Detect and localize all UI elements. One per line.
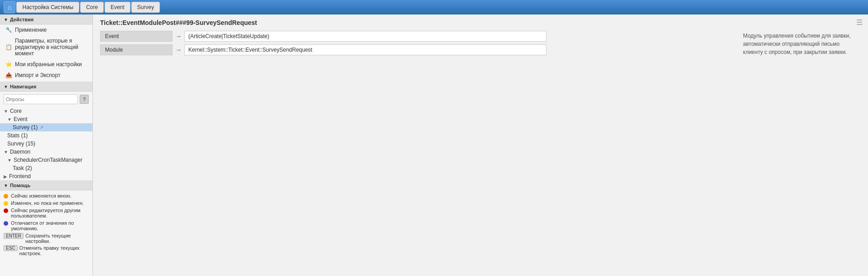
daemon-expand-icon: ▼: [4, 150, 8, 155]
key-hint-enter: ENTER Сохранить текущие настройки.: [4, 233, 89, 244]
action-favorites[interactable]: ⭐ Мои избранные настройки: [0, 59, 92, 70]
esc-key-badge: ESC: [4, 245, 18, 251]
core-expand-icon: ▼: [4, 109, 8, 114]
tree-item-scheduler[interactable]: ▼ SchedulerCronTaskManager: [0, 156, 92, 164]
action-apply[interactable]: 🔧 Применение: [0, 24, 92, 35]
scheduler-expand-icon: ▼: [7, 158, 12, 163]
tree-item-survey-15[interactable]: Survey (15): [0, 140, 92, 148]
help-arrow-icon: ▼: [4, 183, 8, 188]
red-dot: [4, 208, 8, 213]
help-legend-yellow: Изменен, но пока не применен.: [4, 200, 89, 206]
tree-item-frontend[interactable]: ▶ Frontend: [0, 172, 92, 180]
tree-core-label: Core: [10, 108, 22, 114]
nav-item-core[interactable]: Core: [80, 2, 104, 13]
event-expand-icon: ▼: [7, 117, 12, 122]
tree-stats-label: Stats (1): [7, 132, 28, 139]
event-field-value: (ArticleCreate|TicketStateUpdate): [184, 31, 547, 42]
help-button[interactable]: ?: [80, 95, 89, 104]
legend-yellow-text: Изменен, но пока не применен.: [11, 200, 84, 206]
tree-daemon-label: Daemon: [10, 149, 30, 155]
nav-item-system-settings[interactable]: Настройка Системы: [16, 2, 79, 13]
help-section: Сейчас изменяется мною. Изменен, но пока…: [0, 190, 92, 260]
orange-dot: [4, 194, 8, 199]
help-section-header[interactable]: ▼ Помощь: [0, 180, 92, 190]
tree-item-stats[interactable]: Stats (1): [0, 131, 92, 140]
home-icon: ⌂: [8, 4, 11, 11]
tree-item-daemon[interactable]: ▼ Daemon: [0, 148, 92, 156]
tree-survey1-label: Survey (1): [13, 124, 38, 131]
enter-key-badge: ENTER: [4, 233, 24, 239]
list-icon: ☰: [856, 19, 863, 26]
import-export-icon: 📤: [5, 72, 12, 78]
top-navigation: ⌂ Настройка Системы Core Event Survey: [0, 0, 868, 15]
actions-label: Действия: [10, 17, 34, 22]
help-legend-blue: Отличается от значения по умолчанию.: [4, 220, 89, 231]
action-current-params-label: Параметры, которые я редактирую в настоя…: [15, 38, 88, 57]
tree-item-survey-event[interactable]: Survey (1) ↗: [0, 123, 92, 131]
tree-survey15-label: Survey (15): [7, 140, 35, 147]
help-legend-red: Сейчас редактируется другим пользователе…: [4, 208, 89, 218]
favorites-icon: ⭐: [5, 61, 12, 68]
tree-scheduler-label: SchedulerCronTaskManager: [14, 157, 82, 163]
navigation-section-header[interactable]: ▼ Навигация: [0, 82, 92, 92]
legend-orange-text: Сейчас изменяется мною.: [11, 193, 72, 199]
module-arrow-icon: →: [173, 46, 184, 53]
tree-item-task[interactable]: Task (2): [0, 164, 92, 172]
nav-item-survey[interactable]: Survey: [131, 2, 160, 13]
action-apply-label: Применение: [15, 27, 47, 33]
esc-key-text: Отменить правку текущих настроек.: [19, 245, 89, 256]
description-column: Модуль управления событием для заявки, а…: [743, 31, 861, 58]
blue-dot: [4, 221, 8, 226]
scroll-icon[interactable]: ☰: [856, 18, 863, 27]
navigation-label: Навигация: [10, 84, 36, 89]
nav-item-event[interactable]: Event: [105, 2, 130, 13]
navigation-arrow-icon: ▼: [4, 84, 8, 89]
content-area: ☰ Ticket::EventModulePost###99-SurveySen…: [93, 15, 868, 276]
field-row-module: Module → Kernel::System::Ticket::Event::…: [100, 44, 736, 55]
fields-description-layout: Event → (ArticleCreate|TicketStateUpdate…: [100, 31, 861, 58]
tree-task-label: Task (2): [13, 165, 32, 171]
home-button[interactable]: ⌂: [4, 1, 15, 13]
module-field-value: Kernel::System::Ticket::Event::SurveySen…: [184, 44, 547, 55]
legend-blue-text: Отличается от значения по умолчанию.: [11, 220, 89, 231]
fields-column: Event → (ArticleCreate|TicketStateUpdate…: [100, 31, 736, 58]
legend-red-text: Сейчас редактируется другим пользователе…: [11, 208, 89, 218]
tree-item-core[interactable]: ▼ Core: [0, 107, 92, 115]
key-hint-esc: ESC Отменить правку текущих настроек.: [4, 245, 89, 256]
tree-item-event[interactable]: ▼ Event: [0, 115, 92, 123]
module-field-label: Module: [100, 44, 173, 55]
tree-event-label: Event: [14, 116, 28, 122]
action-import-export[interactable]: 📤 Импорт и Экспорт: [0, 70, 92, 81]
actions-arrow-icon: ▼: [4, 17, 8, 22]
actions-section-header[interactable]: ▼ Действия: [0, 15, 92, 24]
page-title: Ticket::EventModulePost###99-SurveySendR…: [100, 19, 861, 26]
field-row-event: Event → (ArticleCreate|TicketStateUpdate…: [100, 31, 736, 42]
search-input[interactable]: [4, 94, 78, 104]
current-params-icon: 📋: [5, 44, 12, 50]
tree-frontend-label: Frontend: [9, 173, 31, 179]
nav-tree: ▼ Core ▼ Event Survey (1) ↗ Stats (1) Su…: [0, 107, 92, 180]
search-row: ?: [0, 92, 92, 107]
action-current-params[interactable]: 📋 Параметры, которые я редактирую в наст…: [0, 35, 92, 59]
external-link-icon[interactable]: ↗: [39, 125, 43, 131]
action-favorites-label: Мои избранные настройки: [15, 61, 82, 68]
help-label: Помощь: [10, 183, 30, 188]
apply-icon: 🔧: [5, 27, 12, 33]
event-field-label: Event: [100, 31, 173, 42]
sidebar: ▼ Действия 🔧 Применение 📋 Параметры, кот…: [0, 15, 93, 276]
action-import-export-label: Импорт и Экспорт: [15, 72, 60, 78]
help-legend-orange: Сейчас изменяется мною.: [4, 193, 89, 199]
frontend-expand-icon: ▶: [4, 174, 7, 179]
enter-key-text: Сохранить текущие настройки.: [25, 233, 89, 244]
event-arrow-icon: →: [173, 33, 184, 40]
main-layout: ▼ Действия 🔧 Применение 📋 Параметры, кот…: [0, 15, 868, 276]
yellow-dot: [4, 201, 8, 206]
description-text: Модуль управления событием для заявки, а…: [743, 33, 851, 55]
